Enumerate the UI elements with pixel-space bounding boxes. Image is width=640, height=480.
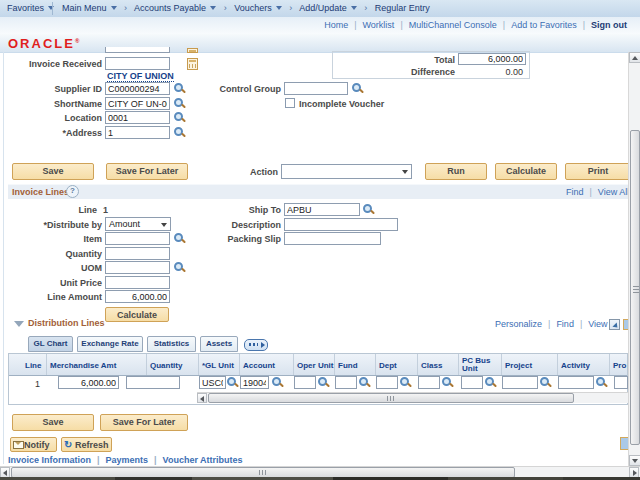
invoice-received-input[interactable] [105,57,170,70]
run-button[interactable]: Run [425,163,487,180]
voucher-attributes-link[interactable]: Voucher Attributes [163,455,243,465]
lookup-icon[interactable] [351,82,364,95]
lookup-icon[interactable] [271,376,284,389]
control-group-input[interactable] [284,82,348,95]
find-link[interactable]: Find [556,319,574,329]
favorites-menu[interactable]: Favorites [7,0,54,17]
line-amount-input[interactable] [105,290,170,303]
description-input[interactable] [284,218,398,231]
calendar-icon[interactable] [187,48,198,53]
find-link[interactable]: Find [566,187,584,197]
lookup-icon[interactable] [173,126,186,139]
scroll-down-button[interactable] [629,455,640,466]
line-calculate-button[interactable]: Calculate [105,307,169,322]
multichannel-console-link[interactable]: MultiChannel Console [409,20,497,30]
clipped-field[interactable] [105,47,170,53]
row-clipped-input[interactable] [614,376,628,389]
shortname-input[interactable] [105,97,170,110]
breadcrumb-add-update[interactable]: Add/Update [299,3,357,13]
scrollbar-thumb[interactable] [630,130,640,445]
collapse-section-icon[interactable] [14,321,24,327]
uom-input[interactable] [105,261,170,274]
lookup-icon[interactable] [173,111,186,124]
save-for-later-button[interactable]: Save For Later [106,163,188,180]
row-fund-input[interactable] [335,376,357,389]
notify-button[interactable]: Notify [10,437,57,452]
action-select[interactable] [281,164,412,179]
personalize-link[interactable]: Personalize [495,319,542,329]
page-vertical-scrollbar[interactable] [628,52,640,466]
row-gl-unit-input[interactable] [199,376,226,389]
lookup-icon[interactable] [317,376,330,389]
breadcrumb-main-menu[interactable]: Main Menu [62,3,117,13]
lookup-icon[interactable] [595,376,608,389]
lookup-icon[interactable] [173,261,186,274]
save-button[interactable]: Save [12,163,94,180]
grid-horizontal-scrollbar[interactable] [197,392,628,403]
lookup-icon[interactable] [539,376,552,389]
home-link[interactable]: Home [324,20,348,30]
ship-to-input[interactable] [284,203,360,216]
location-input[interactable] [105,111,170,124]
quantity-input[interactable] [105,247,170,260]
address-input[interactable] [105,126,170,139]
row-merchandise-amt-input[interactable] [58,376,119,389]
supplier-id-input[interactable] [105,82,170,95]
col-divider [458,354,459,375]
oracle-logo: ORACLE® [8,36,79,51]
row-activity-input[interactable] [558,376,594,389]
view-all-link[interactable]: View All [598,187,628,197]
breadcrumb-vouchers[interactable]: Vouchers [234,3,282,13]
supplier-name-link[interactable]: CITY OF UNION [107,71,174,82]
scroll-up-button[interactable] [629,52,640,63]
row-project-input[interactable] [502,376,538,389]
sign-out-link[interactable]: Sign out [591,20,627,30]
tab-gl-chart[interactable]: GL Chart [28,336,73,352]
lookup-icon[interactable] [362,203,375,216]
total-input[interactable] [458,53,526,65]
item-input[interactable] [105,232,170,245]
breadcrumb-separator [124,3,127,13]
packing-slip-input[interactable] [284,232,381,245]
add-to-favorites-link[interactable]: Add to Favorites [511,20,577,30]
scrollbar-thumb[interactable] [208,393,574,403]
calendar-icon[interactable] [187,58,198,70]
tab-statistics[interactable]: Statistics [147,336,196,352]
row-quantity-input[interactable] [126,376,180,389]
download-grid-icon[interactable] [609,319,620,330]
refresh-button[interactable]: Refresh [61,437,112,452]
print-button[interactable]: Print [565,163,631,180]
distribute-by-select[interactable]: Amount [105,217,171,231]
row-class-input[interactable] [418,376,440,389]
worklist-link[interactable]: Worklist [363,20,395,30]
tab-exchange-rate[interactable]: Exchange Rate [77,336,143,352]
envelope-icon [13,441,24,449]
lookup-icon[interactable] [173,97,186,110]
row-account-input[interactable] [240,376,269,389]
col-activity: Activity [561,362,590,370]
help-icon[interactable] [66,185,79,198]
scroll-left-button[interactable] [197,393,207,403]
invoice-information-link[interactable]: Invoice Information [8,455,91,465]
col-divider [293,354,294,375]
lookup-icon[interactable] [358,376,371,389]
col-divider [501,354,502,375]
row-pc-bus-unit-input[interactable] [461,376,483,389]
calculate-button[interactable]: Calculate [495,163,557,180]
tab-assets[interactable]: Assets [200,336,238,352]
show-all-columns-icon[interactable] [244,339,268,351]
payments-link[interactable]: Payments [106,455,149,465]
line-number: 1 [103,205,108,215]
lookup-icon[interactable] [226,376,239,389]
breadcrumb-accounts-payable[interactable]: Accounts Payable [134,3,216,13]
unit-price-input[interactable] [105,276,170,289]
chevron-down-icon [210,6,216,10]
row-dept-input[interactable] [376,376,398,389]
incomplete-voucher-checkbox[interactable] [285,98,295,108]
lookup-icon[interactable] [399,376,412,389]
footer-save-button[interactable]: Save [12,414,94,431]
footer-save-for-later-button[interactable]: Save For Later [100,414,188,431]
lookup-icon[interactable] [484,376,497,389]
lookup-icon[interactable] [441,376,454,389]
row-oper-unit-input[interactable] [294,376,316,389]
